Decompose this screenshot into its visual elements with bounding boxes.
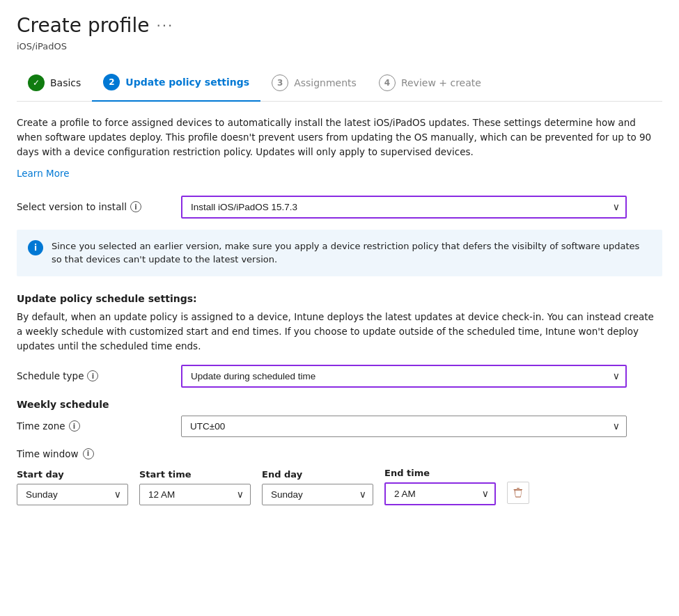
schedule-type-info-icon[interactable]: i — [87, 370, 98, 381]
start-day-select[interactable]: SundayMondayTuesday WednesdayThursdayFri… — [17, 484, 128, 505]
page-title: Create profile ··· — [17, 14, 173, 37]
step-basics-label: Basics — [50, 77, 81, 88]
start-time-select-wrapper: 12 AM1 AM2 AM3 AM 4 AM5 AM6 AM7 AM 8 AM9… — [139, 484, 251, 505]
version-info-icon[interactable]: i — [130, 201, 141, 212]
end-day-select-wrapper: SundayMondayTuesday WednesdayThursdayFri… — [262, 484, 373, 505]
learn-more-link[interactable]: Learn More — [17, 168, 70, 179]
timezone-label: Time zone i — [17, 420, 170, 432]
timezone-info-icon[interactable]: i — [69, 420, 80, 432]
start-time-col: Start time 12 AM1 AM2 AM3 AM 4 AM5 AM6 A… — [139, 469, 251, 505]
time-grid: Start day SundayMondayTuesday WednesdayT… — [17, 468, 662, 505]
step-assignments[interactable]: 3 Assignments — [260, 66, 368, 101]
end-day-select[interactable]: SundayMondayTuesday WednesdayThursdayFri… — [262, 484, 373, 505]
version-label: Select version to install i — [17, 201, 170, 212]
end-day-header: End day — [262, 469, 373, 480]
step-basics-circle: ✓ — [28, 74, 45, 91]
end-time-select-wrapper: 12 AM1 AM2 AM 3 AM4 AM5 AM 6 AM7 AM8 AM … — [384, 482, 496, 505]
start-time-header: Start time — [139, 469, 251, 480]
version-select[interactable]: Install iOS/iPadOS 15.7.3 Install iOS/iP… — [181, 196, 627, 219]
step-review-create-label: Review + create — [401, 77, 481, 88]
timezone-field: Time zone i UTC±00 UTC-05:00 Eastern UTC… — [17, 416, 662, 437]
step-update-policy-label: Update policy settings — [125, 77, 249, 88]
time-window-section: Time window i Start day SundayMondayTues… — [17, 448, 662, 505]
start-day-header: Start day — [17, 469, 128, 480]
end-time-col: End time 12 AM1 AM2 AM 3 AM4 AM5 AM 6 AM… — [384, 468, 496, 505]
step-review-create-circle: 4 — [379, 74, 396, 91]
schedule-section-title: Update policy schedule settings: — [17, 293, 662, 304]
page-subtitle: iOS/iPadOS — [17, 41, 662, 52]
step-basics[interactable]: ✓ Basics — [17, 66, 92, 101]
start-day-select-wrapper: SundayMondayTuesday WednesdayThursdayFri… — [17, 484, 128, 505]
start-day-col: Start day SundayMondayTuesday WednesdayT… — [17, 469, 128, 505]
info-banner-text: Since you selected an earlier version, m… — [52, 239, 651, 267]
timezone-select-wrapper: UTC±00 UTC-05:00 Eastern UTC-08:00 Pacif… — [181, 416, 627, 437]
weekly-schedule-label: Weekly schedule — [17, 399, 662, 410]
version-field: Select version to install i Install iOS/… — [17, 196, 662, 219]
schedule-type-select-wrapper: Update during scheduled time Update at n… — [181, 365, 627, 388]
version-select-wrapper: Install iOS/iPadOS 15.7.3 Install iOS/iP… — [181, 196, 627, 219]
end-time-select[interactable]: 12 AM1 AM2 AM 3 AM4 AM5 AM 6 AM7 AM8 AM — [384, 482, 496, 505]
step-update-policy[interactable]: 2 Update policy settings — [92, 65, 260, 102]
delete-row-button[interactable] — [507, 482, 529, 504]
start-time-select[interactable]: 12 AM1 AM2 AM3 AM 4 AM5 AM6 AM7 AM 8 AM9… — [139, 484, 251, 505]
info-banner: i Since you selected an earlier version,… — [17, 230, 662, 276]
schedule-section-desc: By default, when an update policy is ass… — [17, 310, 662, 354]
time-window-label: Time window i — [17, 448, 662, 459]
step-review-create[interactable]: 4 Review + create — [368, 66, 492, 101]
time-window-info-icon[interactable]: i — [83, 448, 94, 459]
schedule-type-select[interactable]: Update during scheduled time Update at n… — [181, 365, 627, 388]
step-update-policy-circle: 2 — [103, 74, 120, 90]
step-assignments-circle: 3 — [272, 74, 288, 91]
end-time-header: End time — [384, 468, 496, 478]
schedule-type-label: Schedule type i — [17, 370, 170, 381]
more-options-icon[interactable]: ··· — [156, 17, 173, 34]
end-day-col: End day SundayMondayTuesday WednesdayThu… — [262, 469, 373, 505]
delete-icon — [513, 487, 524, 498]
description-text: Create a profile to force assigned devic… — [17, 116, 662, 159]
info-banner-icon: i — [28, 240, 43, 255]
timezone-select[interactable]: UTC±00 UTC-05:00 Eastern UTC-08:00 Pacif… — [181, 416, 627, 437]
schedule-type-field: Schedule type i Update during scheduled … — [17, 365, 662, 388]
step-assignments-label: Assignments — [294, 77, 357, 88]
wizard-steps: ✓ Basics 2 Update policy settings 3 Assi… — [17, 65, 662, 102]
